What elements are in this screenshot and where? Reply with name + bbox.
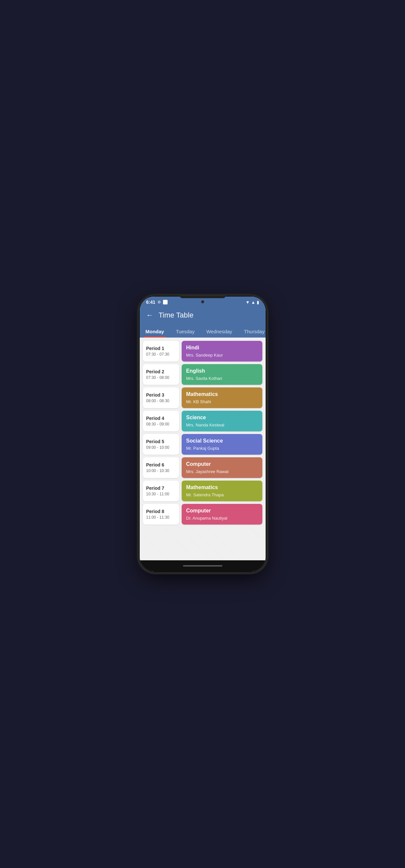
tab-wednesday[interactable]: Wednesday <box>200 325 238 338</box>
teacher-name-5: Mr. Pankaj Gupta <box>186 446 258 451</box>
period-name-5: Period 5 <box>146 439 176 444</box>
period-name-6: Period 6 <box>146 462 176 467</box>
period-label-5: Period 5 09:00 - 10:00 <box>143 434 179 455</box>
subject-name-2: English <box>186 368 258 374</box>
status-right: ▼ ▲ ▮ <box>246 300 259 305</box>
period-row: Period 4 08:30 - 09:00 Science Mrs. Nand… <box>143 411 262 431</box>
subject-name-8: Computer <box>186 508 258 514</box>
subject-name-7: Mathematics <box>186 485 258 490</box>
subject-card-4[interactable]: Science Mrs. Nanda Kestwal <box>182 411 262 431</box>
teacher-name-1: Mrs. Sandeep Kaur <box>186 353 258 358</box>
subject-card-1[interactable]: Hindi Mrs. Sandeep Kaur <box>182 341 262 362</box>
screen-record-icon <box>163 300 167 304</box>
periods-list: Period 1 07:30 - 07:30 Hindi Mrs. Sandee… <box>140 338 266 528</box>
period-time-5: 09:00 - 10:00 <box>146 445 176 450</box>
phone-frame: 6:41 ⚙ ▼ ▲ ▮ ← Time Table Monday Tuesday… <box>139 296 267 572</box>
subject-card-2[interactable]: English Mrs. Savita Kothari <box>182 364 262 385</box>
period-time-2: 07:30 - 08:00 <box>146 375 176 380</box>
teacher-name-4: Mrs. Nanda Kestwal <box>186 423 258 428</box>
teacher-name-7: Mr. Satendra Thapa <box>186 492 258 497</box>
subject-card-8[interactable]: Computer Dr. Anupama Nautiyal <box>182 504 262 525</box>
tab-monday[interactable]: Monday <box>140 325 170 338</box>
period-label-7: Period 7 10:30 - 11:00 <box>143 480 179 501</box>
wifi-icon: ▼ <box>246 300 250 305</box>
period-name-1: Period 1 <box>146 346 176 351</box>
subject-name-1: Hindi <box>186 345 258 351</box>
subject-card-3[interactable]: Mathematics Mr. KB Shahi <box>182 388 262 408</box>
content-area: Period 1 07:30 - 07:30 Hindi Mrs. Sandee… <box>140 338 266 560</box>
period-time-8: 11:00 - 11:30 <box>146 515 176 520</box>
period-time-4: 08:30 - 09:00 <box>146 422 176 427</box>
header: ← Time Table <box>140 307 266 325</box>
period-row: Period 5 09:00 - 10:00 Social Science Mr… <box>143 434 262 455</box>
period-row: Period 2 07:30 - 08:00 English Mrs. Savi… <box>143 364 262 385</box>
subject-name-4: Science <box>186 415 258 421</box>
teacher-name-2: Mrs. Savita Kothari <box>186 376 258 381</box>
period-label-1: Period 1 07:30 - 07:30 <box>143 341 179 362</box>
period-time-1: 07:30 - 07:30 <box>146 352 176 356</box>
period-name-8: Period 8 <box>146 509 176 514</box>
teacher-name-8: Dr. Anupama Nautiyal <box>186 516 258 521</box>
tab-thursday[interactable]: Thursday <box>238 325 265 338</box>
period-row: Period 7 10:30 - 11:00 Mathematics Mr. S… <box>143 480 262 501</box>
period-time-6: 10:00 - 10:30 <box>146 468 176 473</box>
page-title: Time Table <box>159 311 193 319</box>
battery-icon: ▮ <box>257 300 259 305</box>
subject-name-3: Mathematics <box>186 391 258 397</box>
period-time-3: 08:00 - 08:30 <box>146 399 176 403</box>
period-row: Period 8 11:00 - 11:30 Computer Dr. Anup… <box>143 504 262 525</box>
day-tabs: Monday Tuesday Wednesday Thursday Fr... <box>140 325 266 338</box>
back-button[interactable]: ← <box>146 312 153 319</box>
period-label-8: Period 8 11:00 - 11:30 <box>143 504 179 525</box>
period-name-2: Period 2 <box>146 369 176 374</box>
status-time: 6:41 <box>146 300 155 305</box>
period-name-7: Period 7 <box>146 486 176 491</box>
period-name-4: Period 4 <box>146 415 176 421</box>
home-indicator <box>183 565 222 566</box>
screen: 6:41 ⚙ ▼ ▲ ▮ ← Time Table Monday Tuesday… <box>140 297 266 571</box>
period-label-4: Period 4 08:30 - 09:00 <box>143 411 179 431</box>
subject-name-5: Social Science <box>186 438 258 444</box>
period-name-3: Period 3 <box>146 392 176 398</box>
subject-name-6: Computer <box>186 461 258 467</box>
camera-dot <box>201 300 204 304</box>
period-label-3: Period 3 08:00 - 08:30 <box>143 388 179 408</box>
period-label-2: Period 2 07:30 - 08:00 <box>143 364 179 385</box>
period-row: Period 6 10:00 - 10:30 Computer Mrs. Jay… <box>143 457 262 478</box>
teacher-name-6: Mrs. Jayashree Rawat <box>186 469 258 474</box>
subject-card-7[interactable]: Mathematics Mr. Satendra Thapa <box>182 480 262 501</box>
status-left: 6:41 ⚙ <box>146 300 167 305</box>
bottom-bar <box>140 560 266 571</box>
signal-icon: ▲ <box>251 300 255 305</box>
period-label-6: Period 6 10:00 - 10:30 <box>143 457 179 478</box>
subject-card-5[interactable]: Social Science Mr. Pankaj Gupta <box>182 434 262 455</box>
subject-card-6[interactable]: Computer Mrs. Jayashree Rawat <box>182 457 262 478</box>
gear-icon: ⚙ <box>157 300 161 304</box>
teacher-name-3: Mr. KB Shahi <box>186 399 258 404</box>
period-row: Period 1 07:30 - 07:30 Hindi Mrs. Sandee… <box>143 341 262 362</box>
period-time-7: 10:30 - 11:00 <box>146 492 176 496</box>
tab-tuesday[interactable]: Tuesday <box>170 325 200 338</box>
period-row: Period 3 08:00 - 08:30 Mathematics Mr. K… <box>143 388 262 408</box>
